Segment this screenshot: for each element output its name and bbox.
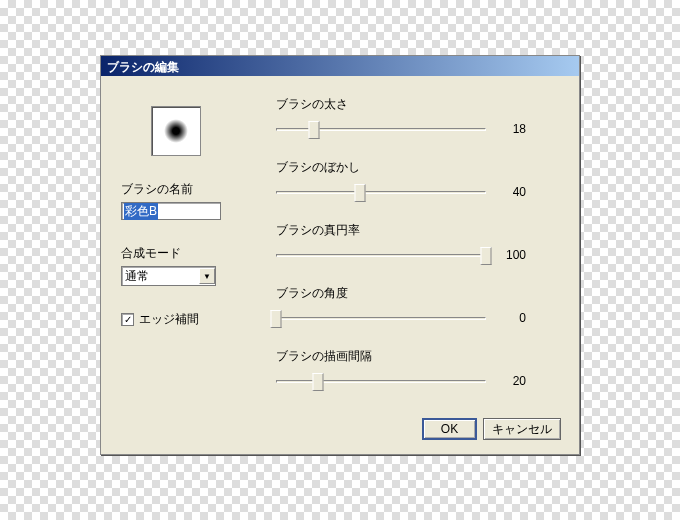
check-icon: ✓ [124, 315, 132, 325]
edge-interp-label: エッジ補間 [139, 311, 199, 328]
thickness-slider[interactable] [276, 119, 486, 139]
slider-track [276, 254, 486, 257]
blur-slider[interactable] [276, 182, 486, 202]
brush-name-value: 彩色B [124, 203, 158, 220]
thickness-value: 18 [496, 122, 526, 136]
angle-label: ブラシの角度 [276, 285, 559, 302]
blend-mode-label: 合成モード [121, 245, 251, 262]
dialog-title: ブラシの編集 [107, 60, 179, 74]
ok-button[interactable]: OK [422, 418, 477, 440]
thickness-label: ブラシの太さ [276, 96, 559, 113]
angle-slider[interactable] [276, 308, 486, 328]
brush-name-input[interactable]: 彩色B [121, 202, 221, 220]
slider-track [276, 317, 486, 320]
dialog-titlebar[interactable]: ブラシの編集 [101, 56, 579, 76]
blend-mode-select[interactable]: 通常 ▼ [121, 266, 216, 286]
chevron-down-icon[interactable]: ▼ [199, 268, 215, 284]
slider-track [276, 380, 486, 383]
brush-name-label: ブラシの名前 [121, 181, 251, 198]
interval-slider[interactable] [276, 371, 486, 391]
roundness-slider[interactable] [276, 245, 486, 265]
blur-label: ブラシのぼかし [276, 159, 559, 176]
roundness-label: ブラシの真円率 [276, 222, 559, 239]
slider-thumb[interactable] [313, 373, 324, 391]
cancel-button[interactable]: キャンセル [483, 418, 561, 440]
roundness-value: 100 [496, 248, 526, 262]
blend-mode-value: 通常 [125, 268, 149, 285]
brush-preview [151, 106, 201, 156]
brush-edit-dialog: ブラシの編集 ブラシの名前 彩色B 合成モード 通常 ▼ [100, 55, 580, 455]
interval-label: ブラシの描画間隔 [276, 348, 559, 365]
brush-preview-dot [164, 119, 188, 143]
slider-thumb[interactable] [271, 310, 282, 328]
slider-thumb[interactable] [308, 121, 319, 139]
angle-value: 0 [496, 311, 526, 325]
interval-value: 20 [496, 374, 526, 388]
slider-track [276, 191, 486, 194]
slider-thumb[interactable] [355, 184, 366, 202]
edge-interp-checkbox[interactable]: ✓ [121, 313, 134, 326]
blur-value: 40 [496, 185, 526, 199]
slider-thumb[interactable] [481, 247, 492, 265]
